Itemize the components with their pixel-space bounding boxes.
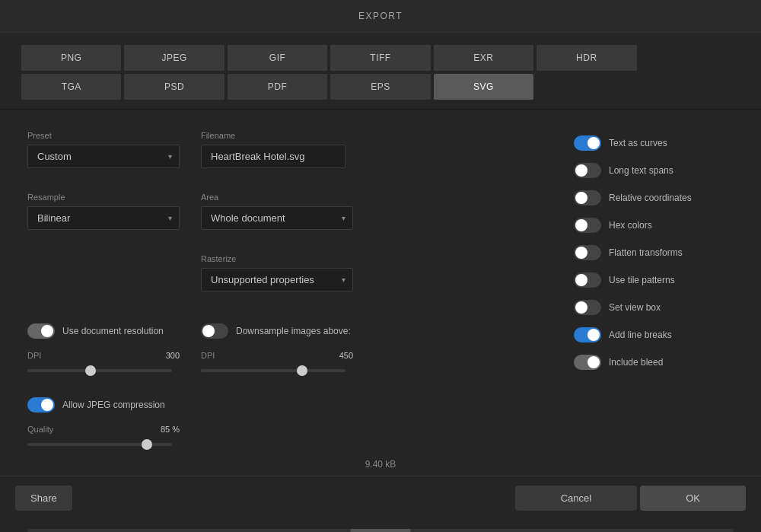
dpi-right-label: DPI [201, 351, 215, 360]
resample-group: Resample Bilinear ▾ [27, 193, 180, 230]
dpi-left-slider[interactable] [27, 369, 172, 372]
filename-label: Filename [201, 131, 345, 140]
rasterize-select[interactable]: Unsupported properties [201, 268, 353, 291]
text-as-curves-row: Text as curves [574, 131, 734, 155]
text-as-curves-toggle[interactable] [574, 135, 601, 151]
use-doc-res-row: Use document resolution [27, 319, 180, 343]
use-tile-patterns-label: Use tile patterns [609, 275, 675, 285]
share-button[interactable]: Share [15, 486, 72, 511]
main-content: Preset Custom ▾ Filename [0, 110, 761, 453]
format-btn-jpeg[interactable]: JPEG [124, 45, 224, 71]
dpi-right-section: DPI 450 [201, 351, 353, 374]
add-line-breaks-toggle[interactable] [574, 327, 601, 342]
file-size: 9.40 kB [0, 453, 761, 476]
dpi-right-value: 450 [339, 351, 353, 360]
dpi-left-section: DPI 300 [27, 351, 180, 374]
left-panel: Preset Custom ▾ Filename [27, 131, 543, 441]
format-grid: PNG JPEG GIF TIFF EXR HDR TGA PSD PDF EP… [0, 33, 761, 110]
hex-colors-row: Hex colors [574, 213, 734, 237]
cancel-button[interactable]: Cancel [515, 486, 637, 511]
format-btn-gif[interactable]: GIF [228, 45, 327, 71]
format-btn-exr[interactable]: EXR [434, 45, 533, 71]
flatten-transforms-row: Flatten transforms [574, 241, 734, 265]
relative-coordinates-label: Relative coordinates [609, 193, 692, 203]
dialog-title: EXPORT [0, 0, 761, 33]
relative-coordinates-toggle[interactable] [574, 190, 601, 205]
use-tile-patterns-row: Use tile patterns [574, 268, 734, 292]
format-btn-svg[interactable]: SVG [434, 74, 533, 100]
flatten-transforms-toggle[interactable] [574, 245, 601, 260]
use-tile-patterns-toggle[interactable] [574, 272, 601, 288]
footer-buttons: Cancel OK [515, 486, 746, 511]
footer: Share Cancel OK [0, 476, 761, 526]
add-line-breaks-row: Add line breaks [574, 323, 734, 347]
set-view-box-row: Set view box [574, 295, 734, 320]
resample-label: Resample [27, 193, 180, 202]
format-btn-psd[interactable]: PSD [124, 74, 224, 100]
quality-value: 85 % [161, 425, 180, 434]
hex-colors-toggle[interactable] [574, 218, 601, 233]
text-as-curves-label: Text as curves [609, 138, 667, 148]
right-panel: Text as curves Long text spans Relative … [574, 131, 734, 441]
filename-group: Filename [201, 131, 345, 168]
dpi-right-slider[interactable] [201, 369, 345, 372]
format-btn-tga[interactable]: TGA [21, 74, 121, 100]
allow-jpeg-toggle[interactable] [27, 397, 55, 413]
dpi-left-label: DPI [27, 351, 41, 360]
downsample-toggle[interactable] [201, 323, 228, 339]
area-label: Area [201, 193, 353, 202]
allow-jpeg-row: Allow JPEG compression [27, 393, 180, 417]
use-doc-res-toggle[interactable] [27, 323, 55, 339]
long-text-spans-label: Long text spans [609, 165, 673, 176]
relative-coordinates-row: Relative coordinates [574, 186, 734, 210]
format-btn-png[interactable]: PNG [21, 45, 121, 71]
long-text-spans-toggle[interactable] [574, 163, 601, 178]
format-btn-tiff[interactable]: TIFF [330, 45, 430, 71]
area-select[interactable]: Whole document [201, 206, 353, 230]
set-view-box-label: Set view box [609, 302, 661, 313]
ok-button[interactable]: OK [640, 486, 746, 511]
quality-slider[interactable] [27, 443, 172, 446]
flatten-transforms-label: Flatten transforms [609, 247, 683, 258]
rasterize-label: Rasterize [201, 254, 353, 263]
dpi-left-value: 300 [166, 351, 180, 360]
long-text-spans-row: Long text spans [574, 158, 734, 183]
resample-select[interactable]: Bilinear [27, 206, 180, 230]
set-view-box-toggle[interactable] [574, 300, 601, 315]
format-btn-eps[interactable]: EPS [330, 74, 430, 100]
downsample-label: Downsample images above: [236, 326, 351, 336]
scrollbar-thumb [350, 529, 411, 532]
include-bleed-toggle[interactable] [574, 355, 601, 370]
format-btn-pdf[interactable]: PDF [228, 74, 327, 100]
allow-jpeg-label: Allow JPEG compression [62, 400, 165, 410]
filename-input[interactable] [201, 145, 345, 168]
downsample-row: Downsample images above: [201, 319, 353, 343]
include-bleed-label: Include bleed [609, 357, 663, 368]
hex-colors-label: Hex colors [609, 220, 652, 231]
use-doc-res-label: Use document resolution [62, 326, 164, 336]
quality-label: Quality [27, 425, 53, 434]
rasterize-group: Rasterize Unsupported properties ▾ [201, 254, 353, 291]
scrollbar-track[interactable] [27, 529, 734, 532]
preset-label: Preset [27, 131, 180, 140]
include-bleed-row: Include bleed [574, 350, 734, 374]
preset-select[interactable]: Custom [27, 145, 180, 168]
area-group: Area Whole document ▾ [201, 193, 353, 230]
preset-group: Preset Custom ▾ [27, 131, 180, 168]
quality-section: Quality 85 % [27, 425, 180, 448]
format-btn-hdr[interactable]: HDR [537, 45, 636, 71]
add-line-breaks-label: Add line breaks [609, 330, 672, 340]
